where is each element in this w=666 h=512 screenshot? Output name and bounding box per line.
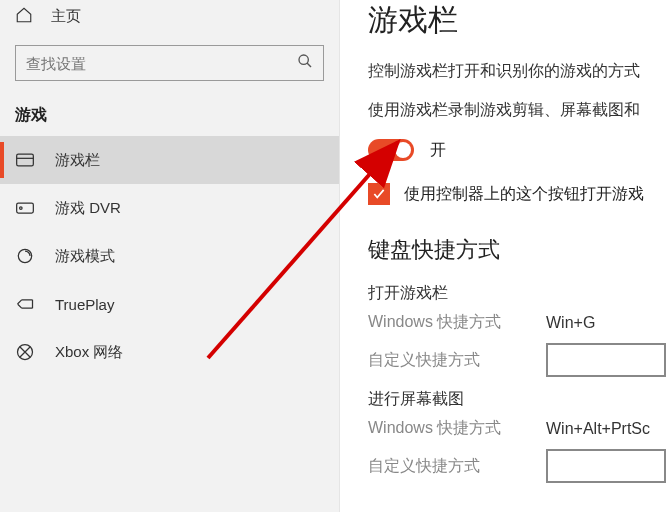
search-input-container[interactable] xyxy=(15,45,324,81)
description-2: 使用游戏栏录制游戏剪辑、屏幕截图和 xyxy=(368,100,666,121)
custom-shortcut-label: 自定义快捷方式 xyxy=(368,456,546,477)
sidebar-item-trueplay[interactable]: TruePlay xyxy=(0,280,339,328)
toggle-label: 开 xyxy=(430,140,446,161)
home-nav[interactable]: 主页 xyxy=(0,0,339,33)
shortcuts-heading: 键盘快捷方式 xyxy=(368,235,666,265)
trueplay-icon xyxy=(15,294,35,314)
svg-point-0 xyxy=(299,55,308,64)
home-label: 主页 xyxy=(51,7,81,26)
windows-shortcut-label: Windows 快捷方式 xyxy=(368,418,546,439)
gamemode-icon xyxy=(15,246,35,266)
shortcut-value-2: Win+Alt+PrtSc xyxy=(546,420,650,438)
dvr-icon xyxy=(15,198,35,218)
shortcut-value-1: Win+G xyxy=(546,314,595,332)
sidebar-item-label: Xbox 网络 xyxy=(55,343,123,362)
sidebar-item-xbox[interactable]: Xbox 网络 xyxy=(0,328,339,376)
sidebar-item-label: 游戏 DVR xyxy=(55,199,121,218)
main-content: 游戏栏 控制游戏栏打开和识别你的游戏的方式 使用游戏栏录制游戏剪辑、屏幕截图和 … xyxy=(340,0,666,512)
sidebar-item-label: 游戏栏 xyxy=(55,151,100,170)
page-title: 游戏栏 xyxy=(368,0,666,41)
custom-shortcut-input-2[interactable] xyxy=(546,449,666,483)
toggle-row: 开 xyxy=(368,139,666,161)
shortcut-row: Windows 快捷方式 Win+Alt+PrtSc xyxy=(368,418,666,439)
svg-point-5 xyxy=(20,207,23,210)
search-input[interactable] xyxy=(26,55,297,72)
search-icon xyxy=(297,53,313,73)
shortcut-row: 自定义快捷方式 xyxy=(368,449,666,483)
windows-shortcut-label: Windows 快捷方式 xyxy=(368,312,546,333)
home-icon xyxy=(15,6,33,27)
description-1: 控制游戏栏打开和识别你的游戏的方式 xyxy=(368,61,666,82)
gamebar-toggle[interactable] xyxy=(368,139,414,161)
sidebar-item-label: 游戏模式 xyxy=(55,247,115,266)
custom-shortcut-label: 自定义快捷方式 xyxy=(368,350,546,371)
sidebar: 主页 游戏 游戏栏 游戏 DVR 游戏模式 TruePlay xyxy=(0,0,340,512)
controller-checkbox[interactable] xyxy=(368,183,390,205)
sidebar-item-gamebar[interactable]: 游戏栏 xyxy=(0,136,339,184)
shortcut-group-1-title: 打开游戏栏 xyxy=(368,283,666,304)
sidebar-item-label: TruePlay xyxy=(55,296,114,313)
svg-line-1 xyxy=(307,63,311,67)
custom-shortcut-input-1[interactable] xyxy=(546,343,666,377)
shortcut-row: 自定义快捷方式 xyxy=(368,343,666,377)
gamebar-icon xyxy=(15,150,35,170)
sidebar-item-dvr[interactable]: 游戏 DVR xyxy=(0,184,339,232)
checkbox-row: 使用控制器上的这个按钮打开游戏 xyxy=(368,183,666,205)
sidebar-item-gamemode[interactable]: 游戏模式 xyxy=(0,232,339,280)
shortcut-group-2-title: 进行屏幕截图 xyxy=(368,389,666,410)
svg-rect-2 xyxy=(17,154,34,166)
xbox-icon xyxy=(15,342,35,362)
section-title: 游戏 xyxy=(0,99,339,136)
checkbox-label: 使用控制器上的这个按钮打开游戏 xyxy=(404,184,644,205)
shortcut-row: Windows 快捷方式 Win+G xyxy=(368,312,666,333)
